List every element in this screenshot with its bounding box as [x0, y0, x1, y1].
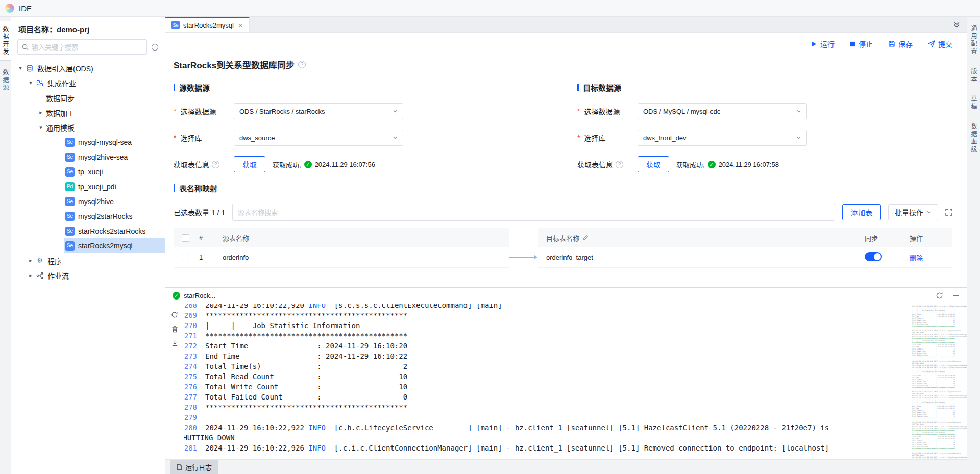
- target-fetch-button[interactable]: 获取: [638, 156, 669, 172]
- sync-column-header: 同步: [865, 233, 910, 243]
- chevron-down-icon[interactable]: ▾: [37, 124, 45, 131]
- sync-toggle[interactable]: [865, 252, 882, 261]
- row-checkbox[interactable]: [182, 254, 189, 261]
- add-circle-icon[interactable]: [151, 43, 159, 51]
- seatunnel-icon: Se: [65, 227, 75, 236]
- target-db-select[interactable]: dws_front_dev: [638, 130, 807, 146]
- chevron-right-icon[interactable]: ▸: [27, 272, 35, 279]
- chevron-right-icon[interactable]: ▸: [27, 257, 35, 264]
- tree-item[interactable]: Semysql2hive-sea: [11, 149, 165, 164]
- source-fetch-label: 获取表信息 ?: [174, 159, 234, 169]
- gear-icon: ⚙: [36, 257, 44, 265]
- chevron-down-icon[interactable]: ▾: [16, 65, 24, 71]
- document-icon: [177, 464, 182, 470]
- clear-log-button[interactable]: [172, 326, 178, 333]
- delete-link[interactable]: 删除: [910, 254, 923, 262]
- app-title: IDE: [19, 4, 32, 13]
- target-fetch-status: 获取成功, ✓ 2024.11.29 16:07:58: [676, 160, 779, 169]
- refresh-log-button[interactable]: [171, 311, 178, 318]
- tree-item[interactable]: SestarRocks2mysql: [11, 238, 165, 253]
- target-datasource-select[interactable]: ODS / MySQL / mysql-cdc: [638, 103, 807, 119]
- tree-item[interactable]: ▸⚙程序: [11, 253, 165, 268]
- workarea: Se starRocks2mysql × 运行 停止: [165, 17, 967, 474]
- rail-item[interactable]: 草稿: [968, 91, 979, 115]
- tree-item[interactable]: ▸作业流: [11, 268, 165, 283]
- chevron-right-icon[interactable]: ▸: [37, 109, 45, 116]
- table-search[interactable]: [232, 204, 835, 221]
- rail-item[interactable]: 数据血缘: [968, 119, 979, 158]
- help-icon[interactable]: ?: [212, 161, 219, 168]
- tree-item[interactable]: Semysql2hive: [11, 194, 165, 209]
- source-section-title: 源数据源: [179, 82, 210, 93]
- run-log-tab[interactable]: 运行日志: [170, 460, 218, 474]
- download-log-button[interactable]: [172, 340, 178, 346]
- log-line: SHUTTING_DOWN: [184, 433, 910, 443]
- log-line: 277Total Failed Count : 0: [184, 392, 910, 402]
- sidebar-search-input[interactable]: [32, 43, 142, 51]
- add-table-button[interactable]: 添加表: [842, 204, 881, 220]
- project-sidebar: 项目名称：demo-prj ▾数据引入层(ODS)▾集成作业数据同步▸数据加工▾…: [11, 17, 165, 474]
- close-icon[interactable]: ×: [238, 21, 243, 30]
- tree-item[interactable]: Pdtp_xueji_pdi: [11, 179, 165, 194]
- play-icon: [811, 41, 817, 47]
- tree-item[interactable]: Semysql-mysql-sea: [11, 135, 165, 149]
- line-number: 273: [184, 351, 205, 361]
- tree-item[interactable]: ▾数据引入层(ODS): [11, 61, 165, 76]
- submit-button[interactable]: 提交: [928, 39, 952, 49]
- log-line: 2812024-11-29 16:10:22,926 INFO [.c.i.c.…: [184, 443, 910, 453]
- tree-item-label: 程序: [47, 256, 62, 266]
- mapping-arrow-icon: [509, 257, 535, 258]
- seatunnel-icon: Se: [65, 241, 75, 251]
- source-db-select[interactable]: dws_source: [234, 130, 403, 146]
- run-button[interactable]: 运行: [811, 39, 835, 49]
- source-datasource-label: 选择数据源: [174, 106, 234, 116]
- rail-item[interactable]: 数据开发: [0, 21, 11, 61]
- log-line: 2802024-11-29 16:10:22,922 INFO [c.h.c.L…: [184, 422, 910, 433]
- tab-starRocks2mysql[interactable]: Se starRocks2mysql ×: [165, 17, 250, 32]
- source-fetch-button[interactable]: 获取: [234, 156, 265, 172]
- tree-item-label: 通用模板: [46, 122, 75, 133]
- edit-icon[interactable]: [582, 235, 589, 241]
- tree-item-label: tp_xueji: [78, 168, 103, 176]
- minimize-panel-icon[interactable]: [952, 292, 960, 300]
- tree-item[interactable]: SestarRocks2starRocks: [11, 223, 165, 238]
- line-number: 272: [184, 341, 205, 351]
- log-lines[interactable]: 2682024-11-29 16:10:22,920 INFO [s.c.s.s…: [184, 304, 910, 455]
- reload-log-icon[interactable]: [936, 292, 943, 300]
- index-column-header: #: [197, 234, 220, 242]
- tree-item-label: 作业流: [47, 270, 69, 281]
- rail-item[interactable]: 数据源: [0, 65, 11, 96]
- tree-item[interactable]: ▾集成作业: [11, 76, 165, 90]
- tree-item[interactable]: 数据同步: [11, 90, 165, 105]
- line-number: 269: [184, 310, 205, 320]
- table-search-input[interactable]: [238, 209, 829, 216]
- target-table: 目标表名称 同步 操作 orderinfo_target删除: [538, 228, 952, 268]
- help-icon[interactable]: ?: [616, 161, 623, 168]
- help-icon[interactable]: ?: [298, 61, 306, 68]
- tree-item[interactable]: ▾通用模板: [11, 120, 165, 135]
- chevron-down-icon[interactable]: ▾: [27, 80, 35, 86]
- target-table-row: orderinfo_target删除: [538, 247, 952, 268]
- tree-item[interactable]: Semysql2starRocks: [11, 209, 165, 223]
- source-datasource-select[interactable]: ODS / StarRocks / starRocks: [234, 103, 403, 119]
- stop-button[interactable]: 停止: [850, 39, 873, 49]
- tree-item-label: mysql2hive-sea: [78, 153, 128, 161]
- source-table-row: 1orderinfo: [174, 247, 509, 268]
- save-button[interactable]: 保存: [888, 39, 913, 49]
- tree-item[interactable]: ▸数据加工: [11, 105, 165, 120]
- log-panel: ✓ starRock... 2682024-11-29 16:10:22,920…: [165, 287, 967, 474]
- select-all-checkbox[interactable]: [182, 234, 189, 242]
- sidebar-search[interactable]: [17, 39, 147, 55]
- target-table-body: orderinfo_target删除: [538, 247, 952, 268]
- fullscreen-icon[interactable]: [945, 209, 952, 216]
- log-minimap[interactable]: 2024-11-29 16:10:22,920 INFO [s.c.s.s.c.…: [910, 304, 967, 459]
- log-tab[interactable]: ✓ starRock...: [173, 292, 215, 300]
- target-db-label: 选择库: [577, 133, 638, 143]
- batch-actions-button[interactable]: 批量操作: [888, 204, 938, 220]
- rail-item[interactable]: 版本: [968, 64, 979, 87]
- tree-item[interactable]: Setp_xueji: [11, 164, 165, 179]
- target-section-title: 目标数据源: [583, 82, 621, 93]
- rail-item[interactable]: 通用配置: [968, 21, 979, 60]
- source-panel: 源数据源 选择数据源 ODS / StarRocks / starRocks 选…: [174, 82, 549, 183]
- collapse-panel-icon[interactable]: [953, 21, 961, 29]
